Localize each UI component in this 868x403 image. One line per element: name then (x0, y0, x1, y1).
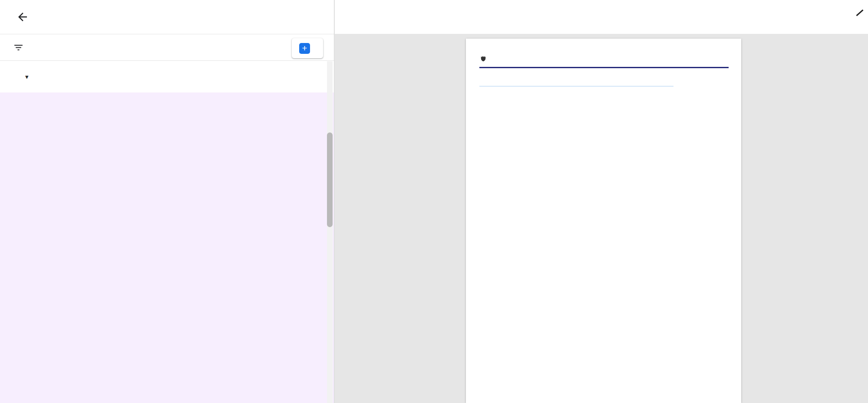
document-canvas (335, 34, 868, 403)
main-area (335, 0, 868, 403)
plus-icon (299, 43, 310, 54)
filter-icon (13, 42, 24, 53)
toolbar (335, 0, 868, 34)
field-row-officer[interactable] (0, 61, 334, 92)
collapse-caret-icon[interactable] (25, 73, 36, 81)
create-new-field-button[interactable] (292, 38, 323, 58)
arrow-back-icon (16, 10, 29, 23)
fields-panel (0, 0, 334, 403)
field-list (0, 61, 334, 403)
panel-scrollbar[interactable] (327, 61, 333, 403)
scrollbar-thumb[interactable] (327, 132, 333, 227)
officer-children (0, 92, 334, 403)
panel-header (0, 0, 334, 34)
document-content (466, 55, 741, 92)
section-title[interactable] (479, 84, 673, 86)
filter-input[interactable] (37, 42, 167, 53)
document-page (466, 39, 741, 403)
app-window (0, 0, 868, 403)
back-button[interactable] (13, 7, 32, 26)
document-brand-header (479, 55, 729, 68)
filter-bar (0, 34, 334, 61)
companies-house-crest-icon (479, 55, 487, 63)
